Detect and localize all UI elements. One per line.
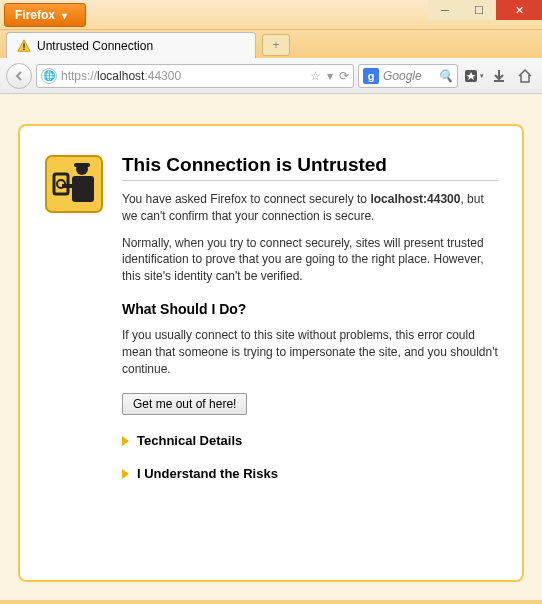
maximize-button[interactable]: ☐ — [462, 0, 496, 20]
navigation-bar: 🌐 https://localhost:44300 ☆ ▾ ⟳ g Google… — [0, 58, 542, 94]
warning-card: This Connection is Untrusted You have as… — [18, 124, 524, 582]
police-warning-icon — [44, 154, 104, 214]
address-bar[interactable]: 🌐 https://localhost:44300 ☆ ▾ ⟳ — [36, 64, 354, 88]
svg-rect-7 — [74, 163, 90, 167]
search-box[interactable]: g Google 🔍 — [358, 64, 458, 88]
dropdown-icon[interactable]: ▾ — [327, 69, 333, 83]
svg-rect-8 — [72, 176, 94, 202]
technical-details-expander[interactable]: Technical Details — [122, 433, 498, 448]
tab-untrusted-connection[interactable]: Untrusted Connection — [6, 32, 256, 58]
understand-risks-expander[interactable]: I Understand the Risks — [122, 466, 498, 481]
google-icon: g — [363, 68, 379, 84]
tab-bar: Untrusted Connection + — [0, 30, 542, 58]
firefox-menu-button[interactable]: Firefox — [4, 3, 86, 27]
window-titlebar: Firefox ─ ☐ ✕ — [0, 0, 542, 30]
technical-details-label: Technical Details — [137, 433, 242, 448]
window-controls: ─ ☐ ✕ — [428, 0, 542, 20]
firefox-menu-label: Firefox — [15, 8, 55, 22]
downloads-button[interactable] — [488, 65, 510, 87]
close-button[interactable]: ✕ — [496, 0, 542, 20]
subheading: What Should I Do? — [122, 301, 498, 317]
tab-title: Untrusted Connection — [37, 39, 153, 53]
urlbar-icons: ☆ ▾ ⟳ — [310, 69, 349, 83]
svg-rect-1 — [23, 43, 24, 47]
back-button[interactable] — [6, 63, 32, 89]
search-icon[interactable]: 🔍 — [438, 69, 453, 83]
warning-body: This Connection is Untrusted You have as… — [122, 154, 498, 556]
window-bottom-border — [0, 600, 542, 604]
url-text: https://localhost:44300 — [61, 69, 306, 83]
triangle-icon — [122, 469, 129, 479]
search-placeholder: Google — [383, 69, 434, 83]
star-icon[interactable]: ☆ — [310, 69, 321, 83]
triangle-icon — [122, 436, 129, 446]
warning-paragraph-2: Normally, when you try to connect secure… — [122, 235, 498, 285]
understand-risks-label: I Understand the Risks — [137, 466, 278, 481]
get-out-button[interactable]: Get me out of here! — [122, 393, 247, 415]
home-button[interactable] — [514, 65, 536, 87]
warning-paragraph-3: If you usually connect to this site with… — [122, 327, 498, 377]
svg-rect-2 — [23, 48, 24, 49]
new-tab-button[interactable]: + — [262, 34, 290, 56]
page-heading: This Connection is Untrusted — [122, 154, 498, 181]
minimize-button[interactable]: ─ — [428, 0, 462, 20]
reload-icon[interactable]: ⟳ — [339, 69, 349, 83]
warning-paragraph-1: You have asked Firefox to connect secure… — [122, 191, 498, 225]
page-content: This Connection is Untrusted You have as… — [0, 94, 542, 600]
warning-icon — [17, 39, 31, 53]
bookmarks-button[interactable]: ▾ — [462, 65, 484, 87]
globe-icon: 🌐 — [41, 68, 57, 84]
